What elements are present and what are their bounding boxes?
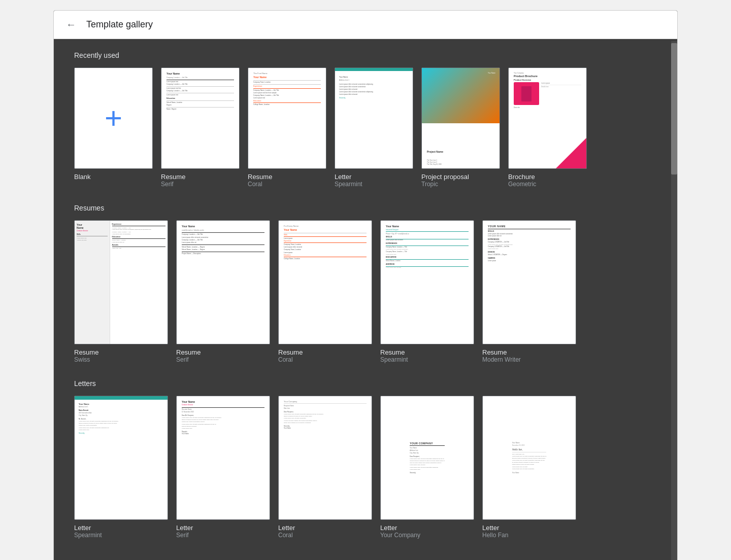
template-thumb-letter-coral[interactable]: Your Company Recipient Name Date Line De… <box>278 396 372 520</box>
template-thumb-letter-spearmint2[interactable]: Your Name Address Line 1 Maria Burnett 4… <box>74 396 168 520</box>
section-title-recently-used: Recently used <box>74 51 657 59</box>
template-thumb-letter-your-company[interactable]: YOUR COMPANY Your Name Address Line City… <box>380 396 474 520</box>
template-name: Project proposal <box>421 173 500 181</box>
letters-grid: Your Name Address Line 1 Maria Burnett 4… <box>74 396 657 539</box>
resume-mw-preview: YOUR NAME SKILLS Lorem ipsum dolor sit a… <box>483 221 576 344</box>
template-resume-coral[interactable]: The Font Name Your Name Company Team, Lo… <box>248 67 326 188</box>
template-thumb-letter-serif[interactable]: Your Name Creative Director Recruiter Na… <box>176 396 270 520</box>
template-name: Resume <box>278 348 372 356</box>
letter-your-company-preview: YOUR COMPANY Your Name Address Line City… <box>405 438 450 478</box>
letter-hello-fan-preview: Your Name November 20, 2020 Hello fan, F… <box>507 438 552 478</box>
swiss-resume-preview: YourName Creative Director Skills Lorem … <box>75 221 168 344</box>
template-label-project-tropic: Project proposal Tropic <box>421 173 500 188</box>
template-thumb-resume-coral2[interactable]: For Every Name Your Name Skills Lorem ip… <box>278 220 372 344</box>
section-title-letters: Letters <box>74 379 657 388</box>
back-button[interactable]: ← <box>64 17 78 32</box>
template-name: Letter <box>74 524 168 532</box>
tropic-project-name: Project Name <box>427 150 443 153</box>
template-thumb-project-tropic[interactable]: Your Name Project Name The Text, Line 1 … <box>421 67 500 169</box>
template-name: Brochure <box>508 173 587 181</box>
template-thumb-blank[interactable]: + <box>74 67 153 169</box>
tropic-background <box>422 68 500 123</box>
template-label-resume-swiss: Resume Swiss <box>74 348 168 363</box>
template-letter-coral[interactable]: Your Company Recipient Name Date Line De… <box>278 396 372 539</box>
template-thumb-brochure-geo[interactable]: Your Company Product Brochure Product Ov… <box>508 67 587 169</box>
template-sub: Coral <box>278 356 372 363</box>
template-sub: Swiss <box>74 356 168 363</box>
letter-spearmint2-preview: Your Name Address Line 1 Maria Burnett 4… <box>75 396 168 519</box>
template-letter-your-company[interactable]: YOUR COMPANY Your Name Address Line City… <box>380 396 474 539</box>
template-name: Resume <box>380 348 474 356</box>
template-thumb-resume-mw[interactable]: YOUR NAME SKILLS Lorem ipsum dolor sit a… <box>482 220 576 344</box>
template-name: Resume <box>74 348 168 356</box>
template-sub: Hello Fan <box>482 532 576 539</box>
template-name: Resume <box>248 173 326 181</box>
recently-used-grid: + Blank Your Name Company, Location — Jo… <box>74 67 657 188</box>
template-name: Resume <box>482 348 576 356</box>
template-name: Blank <box>74 173 153 181</box>
resume-spearmint-preview: Your Name Industrial Designer Phone • Ci… <box>381 221 474 344</box>
template-sub: Coral <box>278 532 372 539</box>
resume-coral2-preview: For Every Name Your Name Skills Lorem ip… <box>279 221 372 344</box>
content-area: Recently used + Blank Your Name Company,… <box>54 39 677 560</box>
template-brochure-geo[interactable]: Your Company Product Brochure Product Ov… <box>508 67 587 188</box>
template-sub: Spearmint <box>380 356 474 363</box>
resume-serif-preview: Your Name Company, Location — Job Title … <box>161 68 239 168</box>
letter-spearmint-preview: Your Name Address Line 1 Lorem ipsum dol… <box>335 68 413 168</box>
template-thumb-resume-spearmint[interactable]: Your Name Industrial Designer Phone • Ci… <box>380 220 474 344</box>
template-name: Letter <box>482 524 576 532</box>
header: ← Template gallery <box>54 11 677 39</box>
template-sub: Spearmint <box>74 532 168 539</box>
section-title-resumes: Resumes <box>74 204 657 212</box>
template-thumb-letter-hello-fan[interactable]: Your Name November 20, 2020 Hello fan, F… <box>482 396 576 520</box>
template-name: Resume <box>176 348 270 356</box>
template-sub: Serif <box>176 532 270 539</box>
template-blank[interactable]: + Blank <box>74 67 153 188</box>
template-sub: Modern Writer <box>482 356 576 363</box>
template-resume-swiss[interactable]: YourName Creative Director Skills Lorem … <box>74 220 168 363</box>
template-name: Letter <box>335 173 413 181</box>
template-project-tropic[interactable]: Your Name Project Name The Text, Line 1 … <box>421 67 500 188</box>
template-label-resume-mw: Resume Modern Writer <box>482 348 576 363</box>
template-thumb-resume-swiss[interactable]: YourName Creative Director Skills Lorem … <box>74 220 168 344</box>
template-label-resume-spearmint: Resume Spearmint <box>380 348 474 363</box>
letter-coral-preview: Your Company Recipient Name Date Line De… <box>279 396 372 519</box>
template-sub: Spearmint <box>335 181 413 188</box>
template-thumb-resume-serif2[interactable]: Your Name email@email.co • linkedin.com/… <box>176 220 270 344</box>
template-label-resume-coral2: Resume Coral <box>278 348 372 363</box>
template-label-letter-your-company: Letter Your Company <box>380 524 474 539</box>
template-label-brochure-geo: Brochure Geometric <box>508 173 587 188</box>
template-sub: Geometric <box>508 181 587 188</box>
scrollbar-thumb[interactable] <box>671 43 677 174</box>
template-thumb-resume-coral[interactable]: The Font Name Your Name Company Team, Lo… <box>248 67 326 169</box>
template-label-letter-coral: Letter Coral <box>278 524 372 539</box>
template-sub: Serif <box>161 181 240 188</box>
template-label-resume-coral: Resume Coral <box>248 173 326 188</box>
template-name: Letter <box>176 524 270 532</box>
template-label-letter-serif: Letter Serif <box>176 524 270 539</box>
template-label-letter-spearmint: Letter Spearmint <box>335 173 413 188</box>
resumes-grid: YourName Creative Director Skills Lorem … <box>74 220 657 363</box>
resume-coral-preview: The Font Name Your Name Company Team, Lo… <box>248 68 326 168</box>
template-label-resume-serif: Resume Serif <box>161 173 240 188</box>
template-sub: Serif <box>176 356 270 363</box>
template-sub: Tropic <box>421 181 500 188</box>
template-letter-hello-fan[interactable]: Your Name November 20, 2020 Hello fan, F… <box>482 396 576 539</box>
template-resume-serif2[interactable]: Your Name email@email.co • linkedin.com/… <box>176 220 270 363</box>
template-resume-coral2[interactable]: For Every Name Your Name Skills Lorem ip… <box>278 220 372 363</box>
app-window: ← Template gallery Recently used + Blank… <box>53 10 678 560</box>
template-sub: Your Company <box>380 532 474 539</box>
template-label-letter-spearmint2: Letter Spearmint <box>74 524 168 539</box>
template-letter-spearmint2[interactable]: Your Name Address Line 1 Maria Burnett 4… <box>74 396 168 539</box>
template-resume-serif[interactable]: Your Name Company, Location — Job Title … <box>161 67 240 188</box>
template-resume-mw[interactable]: YOUR NAME SKILLS Lorem ipsum dolor sit a… <box>482 220 576 363</box>
template-letter-serif[interactable]: Your Name Creative Director Recruiter Na… <box>176 396 270 539</box>
scrollbar[interactable] <box>671 41 677 560</box>
template-thumb-letter-spearmint[interactable]: Your Name Address Line 1 Lorem ipsum dol… <box>335 67 413 169</box>
plus-icon: + <box>105 103 122 133</box>
template-letter-spearmint[interactable]: Your Name Address Line 1 Lorem ipsum dol… <box>335 67 413 188</box>
template-name: Resume <box>161 173 240 181</box>
template-resume-spearmint[interactable]: Your Name Industrial Designer Phone • Ci… <box>380 220 474 363</box>
template-name: Letter <box>380 524 474 532</box>
template-thumb-resume-serif[interactable]: Your Name Company, Location — Job Title … <box>161 67 240 169</box>
